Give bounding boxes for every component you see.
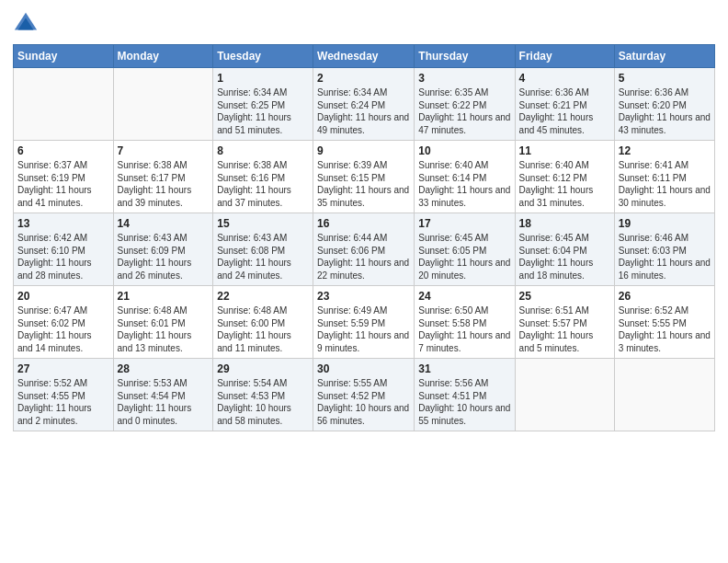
day-number: 20 bbox=[17, 290, 109, 303]
calendar-cell: 25Sunrise: 6:51 AMSunset: 5:57 PMDayligh… bbox=[515, 286, 614, 359]
calendar-cell: 20Sunrise: 6:47 AMSunset: 6:02 PMDayligh… bbox=[14, 286, 114, 359]
day-info: Sunrise: 6:38 AMSunset: 6:17 PMDaylight:… bbox=[118, 159, 210, 209]
day-number: 23 bbox=[317, 290, 410, 303]
calendar-table: SundayMondayTuesdayWednesdayThursdayFrid… bbox=[13, 44, 715, 431]
logo-icon bbox=[13, 11, 39, 37]
calendar-header: SundayMondayTuesdayWednesdayThursdayFrid… bbox=[14, 45, 715, 68]
day-info: Sunrise: 6:42 AMSunset: 6:10 PMDaylight:… bbox=[17, 232, 109, 282]
day-number: 9 bbox=[317, 144, 410, 157]
calendar-cell: 7Sunrise: 6:38 AMSunset: 6:17 PMDaylight… bbox=[113, 141, 213, 213]
day-info: Sunrise: 6:35 AMSunset: 6:22 PMDaylight:… bbox=[418, 86, 510, 136]
calendar-cell: 11Sunrise: 6:40 AMSunset: 6:12 PMDayligh… bbox=[515, 141, 614, 213]
calendar-cell: 12Sunrise: 6:41 AMSunset: 6:11 PMDayligh… bbox=[614, 141, 714, 213]
calendar-page: SundayMondayTuesdayWednesdayThursdayFrid… bbox=[0, 0, 728, 563]
day-info: Sunrise: 6:36 AMSunset: 6:20 PMDaylight:… bbox=[619, 86, 711, 136]
calendar-cell: 24Sunrise: 6:50 AMSunset: 5:58 PMDayligh… bbox=[415, 286, 515, 359]
day-info: Sunrise: 6:49 AMSunset: 5:59 PMDaylight:… bbox=[317, 304, 410, 354]
day-number: 11 bbox=[519, 144, 610, 157]
calendar-week-row: 20Sunrise: 6:47 AMSunset: 6:02 PMDayligh… bbox=[14, 286, 715, 359]
day-number: 15 bbox=[217, 217, 309, 230]
day-number: 19 bbox=[619, 217, 711, 230]
day-number: 5 bbox=[619, 72, 711, 85]
calendar-body: 1Sunrise: 6:34 AMSunset: 6:25 PMDaylight… bbox=[14, 68, 715, 431]
calendar-cell: 22Sunrise: 6:48 AMSunset: 6:00 PMDayligh… bbox=[213, 286, 313, 359]
day-number: 18 bbox=[519, 217, 610, 230]
calendar-week-row: 27Sunrise: 5:52 AMSunset: 4:55 PMDayligh… bbox=[14, 359, 715, 431]
day-info: Sunrise: 5:53 AMSunset: 4:54 PMDaylight:… bbox=[118, 377, 210, 427]
day-info: Sunrise: 6:34 AMSunset: 6:24 PMDaylight:… bbox=[317, 86, 410, 136]
day-info: Sunrise: 5:56 AMSunset: 4:51 PMDaylight:… bbox=[418, 377, 510, 427]
day-number: 6 bbox=[17, 144, 109, 157]
calendar-cell: 29Sunrise: 5:54 AMSunset: 4:53 PMDayligh… bbox=[213, 359, 313, 431]
calendar-cell: 4Sunrise: 6:36 AMSunset: 6:21 PMDaylight… bbox=[515, 68, 614, 141]
day-info: Sunrise: 5:52 AMSunset: 4:55 PMDaylight:… bbox=[17, 377, 109, 427]
calendar-week-row: 6Sunrise: 6:37 AMSunset: 6:19 PMDaylight… bbox=[14, 141, 715, 213]
calendar-cell bbox=[614, 359, 714, 431]
day-info: Sunrise: 6:50 AMSunset: 5:58 PMDaylight:… bbox=[418, 304, 510, 354]
calendar-cell: 6Sunrise: 6:37 AMSunset: 6:19 PMDaylight… bbox=[14, 141, 114, 213]
weekday-row: SundayMondayTuesdayWednesdayThursdayFrid… bbox=[14, 45, 715, 68]
calendar-cell: 2Sunrise: 6:34 AMSunset: 6:24 PMDaylight… bbox=[313, 68, 415, 141]
day-info: Sunrise: 6:39 AMSunset: 6:15 PMDaylight:… bbox=[317, 159, 410, 209]
calendar-cell: 14Sunrise: 6:43 AMSunset: 6:09 PMDayligh… bbox=[113, 213, 213, 286]
calendar-cell bbox=[113, 68, 213, 141]
calendar-week-row: 13Sunrise: 6:42 AMSunset: 6:10 PMDayligh… bbox=[14, 213, 715, 286]
day-number: 8 bbox=[217, 144, 309, 157]
day-number: 31 bbox=[418, 362, 510, 375]
day-number: 3 bbox=[418, 72, 510, 85]
day-info: Sunrise: 6:45 AMSunset: 6:04 PMDaylight:… bbox=[519, 232, 610, 282]
day-number: 7 bbox=[118, 144, 210, 157]
day-info: Sunrise: 6:51 AMSunset: 5:57 PMDaylight:… bbox=[519, 304, 610, 354]
day-info: Sunrise: 6:41 AMSunset: 6:11 PMDaylight:… bbox=[619, 159, 711, 209]
calendar-cell bbox=[14, 68, 114, 141]
calendar-cell: 3Sunrise: 6:35 AMSunset: 6:22 PMDaylight… bbox=[415, 68, 515, 141]
day-info: Sunrise: 6:37 AMSunset: 6:19 PMDaylight:… bbox=[17, 159, 109, 209]
weekday-header: Tuesday bbox=[213, 45, 313, 68]
day-info: Sunrise: 6:40 AMSunset: 6:14 PMDaylight:… bbox=[418, 159, 510, 209]
calendar-cell: 5Sunrise: 6:36 AMSunset: 6:20 PMDaylight… bbox=[614, 68, 714, 141]
header bbox=[13, 9, 715, 37]
calendar-cell: 15Sunrise: 6:43 AMSunset: 6:08 PMDayligh… bbox=[213, 213, 313, 286]
calendar-cell: 28Sunrise: 5:53 AMSunset: 4:54 PMDayligh… bbox=[113, 359, 213, 431]
day-info: Sunrise: 6:52 AMSunset: 5:55 PMDaylight:… bbox=[619, 304, 711, 354]
day-info: Sunrise: 6:40 AMSunset: 6:12 PMDaylight:… bbox=[519, 159, 610, 209]
calendar-cell: 10Sunrise: 6:40 AMSunset: 6:14 PMDayligh… bbox=[415, 141, 515, 213]
calendar-cell: 31Sunrise: 5:56 AMSunset: 4:51 PMDayligh… bbox=[415, 359, 515, 431]
day-info: Sunrise: 5:54 AMSunset: 4:53 PMDaylight:… bbox=[217, 377, 309, 427]
calendar-cell: 13Sunrise: 6:42 AMSunset: 6:10 PMDayligh… bbox=[14, 213, 114, 286]
day-info: Sunrise: 6:48 AMSunset: 6:01 PMDaylight:… bbox=[118, 304, 210, 354]
day-number: 4 bbox=[519, 72, 610, 85]
day-number: 14 bbox=[118, 217, 210, 230]
calendar-cell: 18Sunrise: 6:45 AMSunset: 6:04 PMDayligh… bbox=[515, 213, 614, 286]
calendar-cell: 21Sunrise: 6:48 AMSunset: 6:01 PMDayligh… bbox=[113, 286, 213, 359]
calendar-week-row: 1Sunrise: 6:34 AMSunset: 6:25 PMDaylight… bbox=[14, 68, 715, 141]
day-number: 17 bbox=[418, 217, 510, 230]
calendar-cell: 17Sunrise: 6:45 AMSunset: 6:05 PMDayligh… bbox=[415, 213, 515, 286]
day-number: 22 bbox=[217, 290, 309, 303]
day-number: 24 bbox=[418, 290, 510, 303]
day-info: Sunrise: 6:46 AMSunset: 6:03 PMDaylight:… bbox=[619, 232, 711, 282]
day-info: Sunrise: 5:55 AMSunset: 4:52 PMDaylight:… bbox=[317, 377, 410, 427]
day-number: 30 bbox=[317, 362, 410, 375]
day-info: Sunrise: 6:34 AMSunset: 6:25 PMDaylight:… bbox=[217, 86, 309, 136]
weekday-header: Sunday bbox=[14, 45, 114, 68]
calendar-cell: 23Sunrise: 6:49 AMSunset: 5:59 PMDayligh… bbox=[313, 286, 415, 359]
day-info: Sunrise: 6:38 AMSunset: 6:16 PMDaylight:… bbox=[217, 159, 309, 209]
day-number: 29 bbox=[217, 362, 309, 375]
weekday-header: Monday bbox=[113, 45, 213, 68]
day-number: 26 bbox=[619, 290, 711, 303]
day-number: 27 bbox=[17, 362, 109, 375]
weekday-header: Thursday bbox=[415, 45, 515, 68]
day-info: Sunrise: 6:48 AMSunset: 6:00 PMDaylight:… bbox=[217, 304, 309, 354]
calendar-cell: 8Sunrise: 6:38 AMSunset: 6:16 PMDaylight… bbox=[213, 141, 313, 213]
calendar-cell: 26Sunrise: 6:52 AMSunset: 5:55 PMDayligh… bbox=[614, 286, 714, 359]
day-number: 28 bbox=[118, 362, 210, 375]
day-info: Sunrise: 6:45 AMSunset: 6:05 PMDaylight:… bbox=[418, 232, 510, 282]
weekday-header: Wednesday bbox=[313, 45, 415, 68]
day-number: 13 bbox=[17, 217, 109, 230]
weekday-header: Friday bbox=[515, 45, 614, 68]
calendar-cell bbox=[515, 359, 614, 431]
logo bbox=[13, 9, 42, 37]
day-info: Sunrise: 6:44 AMSunset: 6:06 PMDaylight:… bbox=[317, 232, 410, 282]
day-number: 16 bbox=[317, 217, 410, 230]
